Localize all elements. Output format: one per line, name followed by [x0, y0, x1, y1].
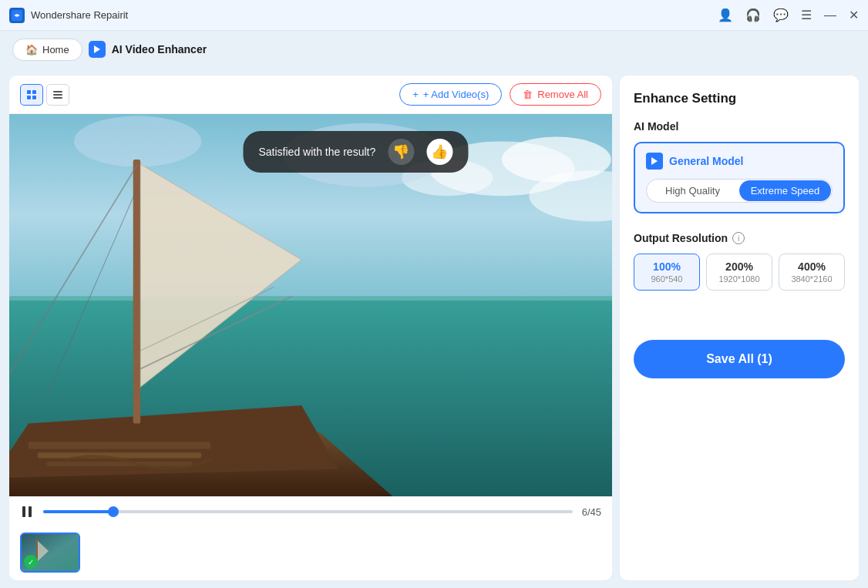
- remove-label: Remove All: [537, 89, 588, 100]
- view-toggle: [20, 84, 69, 106]
- home-button[interactable]: 🏠 Home: [12, 39, 82, 61]
- res-200-pct: 200%: [710, 260, 769, 273]
- menu-icon[interactable]: ☰: [801, 8, 812, 22]
- trash-icon: 🗑: [523, 89, 533, 100]
- thumbnails-row: ✓: [9, 526, 612, 580]
- add-icon: +: [412, 89, 419, 100]
- res-100-pct: 100%: [638, 260, 696, 273]
- svg-marker-1: [94, 45, 100, 53]
- resolution-200-button[interactable]: 200% 1920*1080: [706, 254, 772, 291]
- enhance-setting-title: Enhance Setting: [634, 91, 845, 106]
- ai-model-name: General Model: [669, 155, 743, 167]
- svg-rect-4: [27, 96, 31, 99]
- progress-fill: [43, 510, 113, 513]
- ai-model-label: AI Model: [634, 120, 845, 133]
- high-quality-tab[interactable]: High Quality: [647, 180, 738, 202]
- save-all-button[interactable]: Save All (1): [634, 340, 845, 378]
- svg-rect-5: [32, 96, 36, 99]
- window-controls: 👤 🎧 💬 ☰ — ✕: [718, 8, 859, 22]
- progress-handle[interactable]: [108, 506, 119, 517]
- svg-rect-7: [53, 94, 62, 96]
- info-icon: i: [732, 232, 745, 244]
- resolution-options: 100% 960*540 200% 1920*1080 400% 3840*21…: [634, 254, 845, 291]
- add-label: + Add Video(s): [423, 89, 489, 100]
- video-area: Satisfied with the result? 👎 👍: [9, 114, 612, 496]
- resolution-400-button[interactable]: 400% 3840*2160: [779, 254, 845, 291]
- grid-view-button[interactable]: [20, 84, 43, 106]
- resolution-100-button[interactable]: 100% 960*540: [634, 254, 700, 291]
- headphones-icon[interactable]: 🎧: [745, 8, 761, 22]
- svg-rect-28: [47, 462, 193, 466]
- svg-rect-27: [38, 452, 202, 458]
- minimize-button[interactable]: —: [824, 8, 836, 22]
- app-icon: [9, 8, 25, 23]
- nav-current-icon: [89, 41, 106, 58]
- title-bar: Wondershare Repairit 👤 🎧 💬 ☰ — ✕: [0, 0, 868, 31]
- res-200-dim: 1920*1080: [710, 274, 769, 284]
- right-panel: Enhance Setting AI Model General Model H…: [620, 76, 859, 580]
- toolbar: + + Add Video(s) 🗑 Remove All: [9, 76, 612, 114]
- res-100-dim: 960*540: [638, 274, 696, 284]
- svg-rect-29: [22, 506, 25, 517]
- satisfied-text: Satisfied with the result?: [258, 146, 375, 158]
- ai-model-card: General Model High Quality Extreme Speed: [634, 142, 845, 213]
- satisfied-overlay: Satisfied with the result? 👎 👍: [243, 131, 468, 173]
- chat-icon[interactable]: 💬: [773, 8, 789, 22]
- title-bar-left: Wondershare Repairit: [9, 8, 128, 23]
- progress-bar[interactable]: [43, 510, 573, 513]
- toolbar-actions: + + Add Video(s) 🗑 Remove All: [399, 83, 601, 106]
- svg-rect-6: [53, 91, 62, 92]
- home-label: Home: [42, 44, 69, 55]
- list-view-button[interactable]: [46, 84, 69, 106]
- svg-rect-30: [29, 506, 32, 517]
- pause-button[interactable]: [20, 505, 34, 519]
- svg-rect-26: [29, 442, 210, 449]
- current-page-label: AI Video Enhancer: [112, 43, 207, 55]
- left-panel: + + Add Video(s) 🗑 Remove All: [9, 76, 612, 580]
- time-label: 6/45: [582, 506, 601, 518]
- video-controls: 6/45: [9, 496, 612, 526]
- main-content: + + Add Video(s) 🗑 Remove All: [0, 68, 868, 588]
- svg-rect-8: [53, 97, 62, 99]
- remove-all-button[interactable]: 🗑 Remove All: [510, 83, 601, 106]
- app-title: Wondershare Repairit: [31, 9, 128, 21]
- res-400-pct: 400%: [782, 260, 841, 273]
- model-tabs: High Quality Extreme Speed: [646, 179, 833, 203]
- ai-model-header: General Model: [646, 153, 833, 170]
- svg-rect-3: [32, 90, 36, 94]
- svg-point-15: [74, 116, 201, 166]
- thumbs-down-button[interactable]: 👎: [388, 139, 414, 165]
- thumbnail-check-icon: ✓: [24, 555, 38, 569]
- svg-rect-2: [27, 90, 31, 94]
- thumbs-up-button[interactable]: 👍: [426, 139, 453, 165]
- resolution-header: Output Resolution i: [634, 232, 845, 244]
- resolution-label: Output Resolution: [634, 232, 728, 244]
- close-button[interactable]: ✕: [849, 8, 859, 22]
- svg-rect-17: [9, 296, 612, 301]
- user-icon[interactable]: 👤: [718, 8, 733, 22]
- home-icon: 🏠: [25, 44, 38, 55]
- nav-bar: 🏠 Home AI Video Enhancer: [0, 31, 868, 68]
- current-page: AI Video Enhancer: [89, 41, 207, 58]
- ai-model-icon: [646, 153, 663, 170]
- thumbnail-item[interactable]: ✓: [20, 533, 80, 573]
- extreme-speed-tab[interactable]: Extreme Speed: [739, 180, 831, 201]
- resolution-section: Output Resolution i 100% 960*540 200% 19…: [634, 232, 845, 291]
- svg-rect-20: [133, 160, 140, 423]
- res-400-dim: 3840*2160: [782, 274, 841, 284]
- add-video-button[interactable]: + + Add Video(s): [399, 83, 502, 106]
- svg-marker-34: [651, 157, 658, 165]
